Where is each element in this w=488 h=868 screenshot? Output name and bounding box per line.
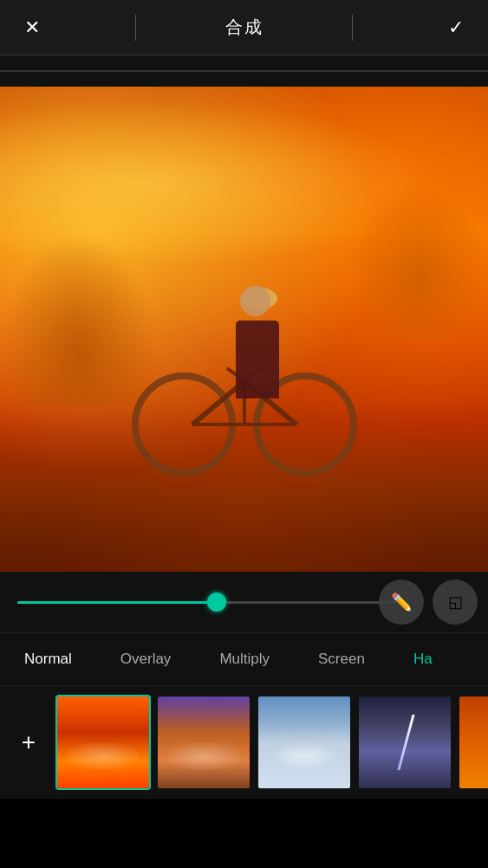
opacity-slider-section: ✏️ ◱ <box>0 572 488 632</box>
header: ✕ 合成 ✓ <box>0 0 488 55</box>
tool-buttons: ✏️ ◱ <box>379 580 478 625</box>
thumbnail-1-cloud <box>67 742 140 770</box>
opacity-slider-thumb[interactable] <box>207 593 226 612</box>
thumbnail-2-cloud <box>167 742 241 770</box>
person-silhouette <box>236 321 279 398</box>
blend-mode-normal[interactable]: Normal <box>0 633 96 685</box>
add-photo-button[interactable]: + <box>7 721 50 764</box>
close-button[interactable]: ✕ <box>17 10 47 46</box>
top-slider-bar <box>0 55 488 87</box>
blend-mode-ha[interactable]: Ha <box>389 633 457 685</box>
thumbnail-2[interactable] <box>156 695 251 790</box>
mask-icon: ◱ <box>448 593 463 612</box>
opacity-slider-track[interactable] <box>17 601 401 604</box>
person-body <box>236 321 279 398</box>
thumbnail-1[interactable] <box>55 695 151 790</box>
blend-modes-bar: Normal Overlay Multiply Screen Ha <box>0 632 488 686</box>
person-head <box>240 286 270 316</box>
blend-mode-overlay[interactable]: Overlay <box>96 633 196 685</box>
photo-strip: + <box>0 686 488 799</box>
confirm-button[interactable]: ✓ <box>441 10 471 46</box>
main-image-area <box>0 87 488 572</box>
thumbnail-5[interactable] <box>458 695 488 790</box>
mask-tool-button[interactable]: ◱ <box>433 580 478 625</box>
thumbnail-4[interactable] <box>357 695 452 790</box>
blend-mode-screen[interactable]: Screen <box>294 633 389 685</box>
page-title: 合成 <box>225 16 264 39</box>
thumbnail-5-bg <box>459 696 488 788</box>
thumbnail-3-cloud <box>268 742 342 770</box>
person-bicycle <box>114 243 374 485</box>
paint-icon: ✏️ <box>391 592 413 612</box>
paint-tool-button[interactable]: ✏️ <box>379 580 424 625</box>
thumbnail-3[interactable] <box>257 695 352 790</box>
blend-mode-multiply[interactable]: Multiply <box>195 633 294 685</box>
